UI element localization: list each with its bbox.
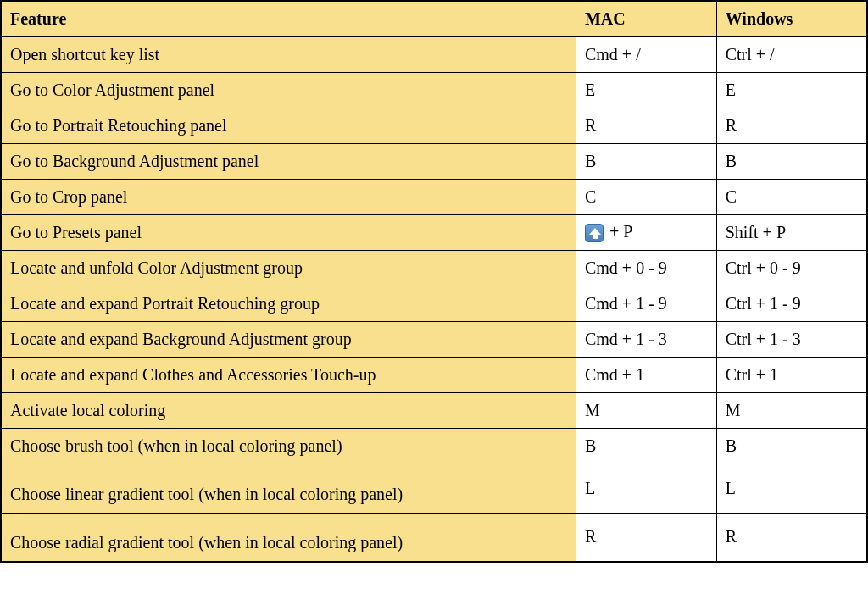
- table-row: Choose brush tool (when in local colorin…: [1, 428, 867, 464]
- feature-cell: Activate local coloring: [1, 392, 576, 428]
- table-row: Locate and expand Background Adjustment …: [1, 321, 867, 357]
- windows-cell: E: [716, 72, 867, 108]
- mac-cell: L: [576, 464, 716, 513]
- mac-cell: B: [576, 143, 716, 179]
- table-row: Choose radial gradient tool (when in loc…: [1, 513, 867, 562]
- windows-cell: C: [716, 179, 867, 214]
- header-feature: Feature: [1, 1, 576, 36]
- windows-cell: R: [716, 108, 867, 143]
- feature-cell: Locate and expand Background Adjustment …: [1, 321, 576, 357]
- feature-cell: Choose linear gradient tool (when in loc…: [1, 464, 576, 513]
- feature-cell: Locate and expand Clothes and Accessorie…: [1, 357, 576, 392]
- feature-cell: Go to Color Adjustment panel: [1, 72, 576, 108]
- table-row: Go to Crop panelCC: [1, 179, 867, 214]
- table-row: Go to Presets panel + PShift + P: [1, 214, 867, 250]
- feature-cell: Go to Portrait Retouching panel: [1, 108, 576, 143]
- shift-up-arrow-icon: [585, 224, 604, 242]
- mac-cell: + P: [576, 214, 716, 250]
- mac-cell: Cmd + 1 - 9: [576, 286, 716, 321]
- mac-cell: C: [576, 179, 716, 214]
- windows-cell: Ctrl + 1 - 9: [716, 286, 867, 321]
- header-mac: MAC: [576, 1, 716, 36]
- table-row: Locate and expand Clothes and Accessorie…: [1, 357, 867, 392]
- feature-cell: Go to Crop panel: [1, 179, 576, 214]
- table-row: Locate and expand Portrait Retouching gr…: [1, 286, 867, 321]
- windows-cell: L: [716, 464, 867, 513]
- mac-cell: B: [576, 428, 716, 464]
- windows-cell: Ctrl + 0 - 9: [716, 250, 867, 286]
- shortcuts-table: Feature MAC Windows Open shortcut key li…: [0, 0, 868, 563]
- table-row: Go to Background Adjustment panelBB: [1, 143, 867, 179]
- mac-cell: Cmd + 1: [576, 357, 716, 392]
- mac-cell: Cmd + 0 - 9: [576, 250, 716, 286]
- feature-cell: Go to Presets panel: [1, 214, 576, 250]
- mac-cell: Cmd + /: [576, 36, 716, 72]
- windows-cell: Ctrl + 1: [716, 357, 867, 392]
- table-row: Go to Color Adjustment panelEE: [1, 72, 867, 108]
- feature-cell: Choose brush tool (when in local colorin…: [1, 428, 576, 464]
- mac-cell: M: [576, 392, 716, 428]
- mac-shortcut-text: + P: [605, 222, 632, 241]
- table-row: Locate and unfold Color Adjustment group…: [1, 250, 867, 286]
- windows-cell: B: [716, 428, 867, 464]
- feature-cell: Locate and unfold Color Adjustment group: [1, 250, 576, 286]
- mac-cell: Cmd + 1 - 3: [576, 321, 716, 357]
- feature-cell: Locate and expand Portrait Retouching gr…: [1, 286, 576, 321]
- header-windows: Windows: [716, 1, 867, 36]
- windows-cell: M: [716, 392, 867, 428]
- table-row: Activate local coloringMM: [1, 392, 867, 428]
- mac-cell: R: [576, 108, 716, 143]
- windows-cell: Ctrl + 1 - 3: [716, 321, 867, 357]
- table-row: Choose linear gradient tool (when in loc…: [1, 464, 867, 513]
- feature-cell: Choose radial gradient tool (when in loc…: [1, 513, 576, 562]
- table-header-row: Feature MAC Windows: [1, 1, 867, 36]
- windows-cell: B: [716, 143, 867, 179]
- table-row: Open shortcut key listCmd + /Ctrl + /: [1, 36, 867, 72]
- windows-cell: Ctrl + /: [716, 36, 867, 72]
- mac-cell: E: [576, 72, 716, 108]
- feature-cell: Go to Background Adjustment panel: [1, 143, 576, 179]
- feature-cell: Open shortcut key list: [1, 36, 576, 72]
- table-body: Open shortcut key listCmd + /Ctrl + /Go …: [1, 36, 867, 562]
- table-row: Go to Portrait Retouching panelRR: [1, 108, 867, 143]
- windows-cell: R: [716, 513, 867, 562]
- mac-cell: R: [576, 513, 716, 562]
- windows-cell: Shift + P: [716, 214, 867, 250]
